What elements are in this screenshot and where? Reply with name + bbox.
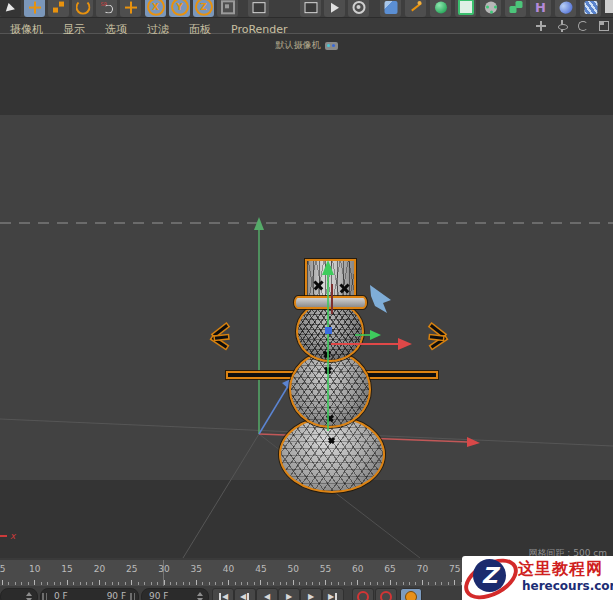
move-tool-button[interactable]: [24, 0, 45, 17]
frame-tick: [351, 582, 352, 585]
subdivision-surface-button[interactable]: [430, 0, 451, 17]
play-forward-button[interactable]: ▶: [278, 588, 300, 600]
camera-icon: [325, 42, 338, 50]
render-settings-icon: [352, 0, 365, 13]
record-keyframe-button[interactable]: [352, 588, 374, 600]
frame-tick: [189, 582, 190, 585]
scale-tool-button[interactable]: [48, 0, 69, 17]
gizmo-plane-handle: [370, 285, 391, 313]
frame-tick: [254, 582, 255, 585]
render-settings-button[interactable]: [348, 0, 369, 17]
frame-tick: [92, 582, 93, 585]
frame-number-10: 10: [25, 564, 45, 574]
viewport-menubar: 摄像机显示选项过滤面板ProRender: [0, 18, 613, 34]
frame-tick: [41, 582, 42, 585]
frame-tick: [390, 580, 391, 585]
pan-icon[interactable]: [535, 20, 547, 32]
subdivision-surface-icon: [435, 1, 447, 13]
recent-tools-button[interactable]: SR: [96, 0, 117, 17]
frame-number-65: 65: [380, 564, 400, 574]
axis-modify-tool-button[interactable]: [120, 0, 141, 17]
spline-pen-button[interactable]: [405, 0, 426, 17]
render-active-view-button[interactable]: [248, 0, 269, 17]
previous-key-button[interactable]: ◀: [234, 588, 256, 600]
frame-tick: [454, 580, 455, 585]
frame-tick: [396, 582, 397, 585]
frame-tick: [21, 582, 22, 585]
character-tool-button[interactable]: H: [530, 0, 551, 17]
preview-range-slider[interactable]: 0 F 90 F: [40, 588, 139, 600]
frame-tick: [286, 582, 287, 585]
frame-tick: [80, 582, 81, 585]
play-render-button[interactable]: [324, 0, 345, 17]
character-tool-icon: H: [535, 0, 546, 13]
sky-object-icon: [557, 0, 573, 15]
frame-tick: [306, 582, 307, 585]
scene-spinner[interactable]: [0, 588, 38, 600]
maximize-view-icon[interactable]: [598, 20, 610, 32]
dolly-icon[interactable]: [556, 20, 568, 32]
extrude-generator-button[interactable]: [455, 0, 476, 17]
clone-array-button[interactable]: [505, 0, 526, 17]
frame-tick: [357, 580, 358, 585]
frame-tick: [202, 582, 203, 585]
frame-tick: [67, 580, 68, 585]
frame-number-55: 55: [316, 564, 336, 574]
frame-tick: [28, 582, 29, 585]
frame-tick: [331, 582, 332, 585]
frame-tick: [435, 582, 436, 585]
goto-end-button[interactable]: ▶: [322, 588, 344, 600]
coordinate-system-toggle-button[interactable]: [217, 0, 238, 17]
frame-tick: [118, 582, 119, 585]
lock-z-axis-button[interactable]: Z: [193, 0, 214, 17]
frame-tick: [448, 582, 449, 585]
main-toolbar: SRXYZH: [0, 0, 613, 18]
autokey-toggle-button[interactable]: [400, 588, 422, 600]
camera-label[interactable]: 默认摄像机: [0, 39, 613, 52]
3d-viewport[interactable]: 默认摄像机 x 网格间距 : 500 cm: [0, 34, 613, 558]
scale-tool-icon: [53, 1, 65, 13]
move-gizmo[interactable]: [0, 34, 613, 558]
frame-tick: [280, 582, 281, 585]
lock-x-axis-icon: X: [147, 0, 165, 15]
extrude-generator-icon: [458, 0, 474, 15]
axis-indicator: x: [2, 531, 15, 541]
frame-tick: [344, 582, 345, 585]
rotate-tool-button[interactable]: [72, 0, 93, 17]
deformer-button[interactable]: [480, 0, 501, 17]
cinema4d-window: SRXYZH 摄像机显示选项过滤面板ProRender: [0, 0, 613, 600]
gizmo-z-axis: [325, 327, 381, 340]
frame-tick: [228, 580, 229, 585]
watermark-url: herecours.com: [522, 579, 613, 593]
lock-y-axis-button[interactable]: Y: [169, 0, 190, 17]
lock-x-axis-button[interactable]: X: [145, 0, 166, 17]
frame-tick: [86, 582, 87, 585]
add-primitive-cube-button[interactable]: [380, 0, 401, 17]
frame-number-40: 40: [219, 564, 239, 574]
frame-tick: [196, 580, 197, 585]
viewport-controls: [531, 20, 610, 32]
goto-start-button[interactable]: ◀: [212, 588, 234, 600]
frame-number-35: 35: [186, 564, 206, 574]
next-frame-button[interactable]: ▶: [300, 588, 322, 600]
current-frame-field[interactable]: 90 F: [141, 588, 209, 600]
frame-number-25: 25: [122, 564, 142, 574]
record-position-button[interactable]: [375, 588, 397, 600]
frame-tick: [428, 582, 429, 585]
frame-tick: [293, 580, 294, 585]
previous-frame-button[interactable]: ◀: [256, 588, 278, 600]
render-to-picture-viewer-button[interactable]: [300, 0, 321, 17]
floor-object-button[interactable]: [580, 0, 601, 17]
live-selection-tool-button[interactable]: [0, 0, 21, 17]
frame-tick: [151, 582, 152, 585]
gizmo-x-axis: [331, 338, 412, 350]
floor-object-icon: [584, 0, 597, 13]
frame-tick: [60, 582, 61, 585]
frame-tick: [422, 580, 423, 585]
frame-tick: [403, 582, 404, 585]
orbit-icon[interactable]: [577, 20, 589, 32]
sky-object-button[interactable]: [555, 0, 576, 17]
frame-tick: [73, 582, 74, 585]
frame-number-15: 15: [57, 564, 77, 574]
frame-tick: [241, 582, 242, 585]
